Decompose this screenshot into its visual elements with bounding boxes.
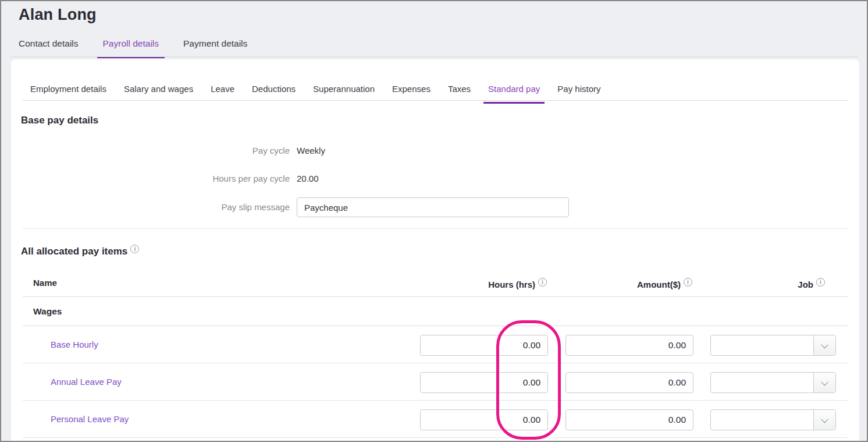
section-divider <box>23 228 848 229</box>
tab-payroll-details[interactable]: Payroll details <box>97 38 165 58</box>
column-header-name: Name <box>33 278 57 288</box>
amount-input[interactable] <box>565 409 693 430</box>
allocated-pay-items-heading: All allocated pay itemsi <box>21 245 139 257</box>
job-dropdown-button[interactable] <box>813 335 835 355</box>
job-dropdown[interactable] <box>710 335 836 356</box>
amount-input[interactable] <box>565 335 693 356</box>
job-dropdown-button[interactable] <box>813 373 835 393</box>
chevron-down-icon <box>821 415 828 423</box>
tab-contact-details[interactable]: Contact details <box>19 38 79 58</box>
pay-cycle-value: Weekly <box>297 146 325 155</box>
column-header-job: Jobi <box>798 278 825 289</box>
job-dropdown-value <box>711 335 813 355</box>
chevron-down-icon <box>821 378 828 386</box>
pay-slip-message-label: Pay slip message <box>106 202 290 212</box>
wages-group-label: Wages <box>33 306 62 317</box>
employee-detail-window: Alan Long Contact details Payroll detail… <box>0 0 868 442</box>
hours-input[interactable] <box>420 372 548 393</box>
pay-cycle-label: Pay cycle <box>106 146 290 155</box>
info-icon[interactable]: i <box>684 278 692 287</box>
job-dropdown[interactable] <box>710 372 836 393</box>
page-title: Alan Long <box>19 6 97 24</box>
table-row: Personal Leave Pay <box>23 401 848 438</box>
header-divider <box>10 56 858 57</box>
info-icon[interactable]: i <box>538 278 547 287</box>
base-pay-heading: Base pay details <box>21 115 98 126</box>
job-dropdown-value <box>711 373 813 393</box>
column-header-amount: Amount($)i <box>637 278 692 289</box>
info-icon[interactable]: i <box>816 278 825 287</box>
tab-payment-details[interactable]: Payment details <box>183 38 247 58</box>
table-row: Annual Leave Pay <box>23 363 848 401</box>
job-dropdown-button[interactable] <box>813 410 835 430</box>
job-dropdown[interactable] <box>710 409 836 430</box>
hours-input[interactable] <box>420 409 548 430</box>
column-header-hours: Hours (hrs)i <box>488 278 547 289</box>
hours-per-pay-cycle-label: Hours per pay cycle <box>106 174 290 183</box>
hours-per-pay-cycle-value: 20.00 <box>297 174 319 183</box>
amount-input[interactable] <box>565 372 693 393</box>
subtab-divider <box>23 100 848 101</box>
main-tab-bar: Contact details Payroll details Payment … <box>19 38 247 58</box>
hours-input[interactable] <box>420 335 548 356</box>
pay-item-link-personal-leave-pay[interactable]: Personal Leave Pay <box>51 414 129 424</box>
wages-group-row: Wages <box>23 297 848 326</box>
pay-slip-message-input[interactable] <box>297 197 569 217</box>
info-icon[interactable]: i <box>130 245 139 253</box>
pay-item-link-base-hourly[interactable]: Base Hourly <box>51 340 98 349</box>
pay-items-table-header: Name Hours (hrs)i Amount($)i Jobi <box>23 273 848 297</box>
chevron-down-icon <box>821 341 828 348</box>
pay-item-link-annual-leave-pay[interactable]: Annual Leave Pay <box>51 377 122 387</box>
table-row: Base Hourly <box>23 326 848 363</box>
job-dropdown-value <box>711 410 813 430</box>
